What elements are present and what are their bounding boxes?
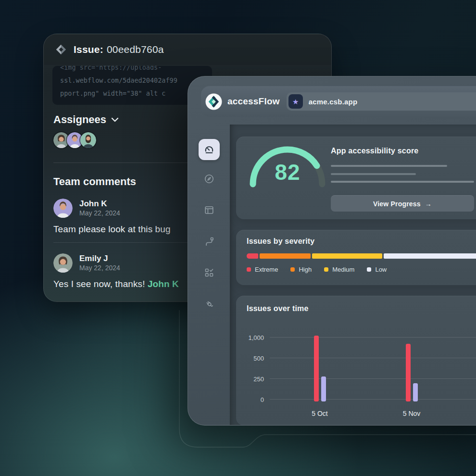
tasks-icon — [203, 267, 215, 278]
app-window: accessFlow ★ acme.csb.app — [188, 76, 476, 426]
sidebar-item-flows[interactable] — [203, 236, 215, 247]
y-axis-tick-label: 1,000 — [236, 334, 264, 341]
severity-segment — [247, 253, 258, 259]
avatar — [53, 199, 73, 218]
sidebar-item-integrations[interactable] — [203, 298, 215, 310]
severity-segment — [260, 253, 311, 259]
mention: John K — [148, 279, 179, 289]
score-card-title: App accessibility score — [331, 147, 474, 155]
accessflow-logo-icon — [205, 93, 222, 110]
legend-item: High — [290, 266, 312, 273]
sidebar-item-dashboard[interactable] — [199, 139, 220, 160]
y-axis-tick-label: 0 — [236, 396, 264, 403]
sidebar — [188, 125, 230, 425]
severity-legend: ExtremeHighMediumLow — [247, 266, 476, 273]
bookmark-star-tile[interactable]: ★ — [288, 94, 303, 109]
gridline — [270, 337, 476, 338]
sidebar-item-explore[interactable] — [203, 173, 215, 185]
star-icon: ★ — [292, 98, 299, 105]
app-header: accessFlow ★ acme.csb.app — [201, 86, 476, 117]
sidebar-item-layout[interactable] — [203, 204, 215, 216]
gridline — [270, 358, 476, 358]
chart-bar — [406, 344, 411, 401]
legend-label: Medium — [332, 266, 354, 273]
route-icon — [203, 236, 215, 247]
avatar[interactable] — [80, 132, 96, 148]
legend-label: Low — [375, 266, 387, 273]
severity-segment — [312, 253, 382, 259]
legend-swatch — [247, 267, 251, 272]
placeholder-text-lines — [331, 165, 474, 183]
diamond-logo-icon — [55, 44, 67, 55]
gauge-icon — [203, 144, 215, 155]
chart-bar — [314, 336, 319, 401]
issue-title-label: Issue: — [74, 44, 103, 55]
gridline — [270, 399, 476, 400]
severity-card: Issues by severity ExtremeHighMediumLow — [236, 230, 476, 285]
severity-card-title: Issues by severity — [247, 237, 476, 246]
brand-name[interactable]: accessFlow — [227, 96, 280, 107]
legend-swatch — [367, 267, 371, 272]
chart-bar — [413, 383, 418, 401]
issue-id: 00eedb760a — [107, 44, 164, 55]
sidebar-item-tasks[interactable] — [203, 267, 215, 278]
main-panel: 82 App accessibility score View Progress… — [230, 125, 476, 425]
severity-segment — [384, 253, 476, 259]
y-axis-tick-label: 250 — [236, 376, 264, 383]
chart-bar — [321, 376, 326, 401]
chevron-down-icon — [111, 117, 119, 122]
comment-date: May 22, 2024 — [79, 263, 120, 272]
issues-over-time-chart: 02505001,0005 Oct5 Nov — [236, 296, 476, 426]
compass-icon — [203, 173, 215, 185]
legend-label: Extreme — [255, 266, 278, 273]
gridline — [270, 378, 476, 379]
plug-icon — [203, 298, 215, 310]
legend-item: Low — [367, 266, 387, 273]
x-axis-label: 5 Nov — [390, 410, 433, 417]
code-line: ssl.webflow.com/5daed20402af99 — [60, 74, 204, 87]
legend-swatch — [324, 267, 328, 272]
comment-date: May 22, 2024 — [79, 209, 120, 217]
code-line: <img src="https://uploads- — [60, 66, 204, 74]
view-progress-button[interactable]: View Progress → — [331, 195, 474, 212]
team-comments-label: Team comments — [53, 175, 136, 188]
url-bar[interactable]: ★ acme.csb.app — [287, 92, 476, 111]
url-text: acme.csb.app — [309, 98, 358, 106]
assignees-label: Assignees — [53, 113, 106, 126]
score-card: 82 App accessibility score View Progress… — [236, 137, 476, 219]
avatar — [53, 253, 73, 273]
issue-panel-header: Issue:00eedb760a — [44, 34, 331, 65]
arrow-right-icon: → — [425, 200, 432, 208]
score-value: 82 — [247, 160, 328, 185]
legend-item: Medium — [324, 266, 354, 273]
legend-swatch — [290, 267, 295, 272]
y-axis-tick-label: 500 — [236, 355, 264, 362]
legend-label: High — [299, 266, 312, 273]
code-line: pport.png" width="38" alt c — [60, 87, 204, 100]
issue-title: Issue:00eedb760a — [74, 44, 164, 55]
severity-bar — [247, 253, 476, 259]
legend-item: Extreme — [247, 266, 278, 273]
x-axis-label: 5 Oct — [299, 410, 341, 417]
issues-over-time-card: Issues over time 02505001,0005 Oct5 Nov — [236, 296, 476, 426]
comment-author: John K — [79, 199, 120, 209]
layout-icon — [203, 204, 215, 216]
comment-author: Emily J — [79, 254, 120, 263]
